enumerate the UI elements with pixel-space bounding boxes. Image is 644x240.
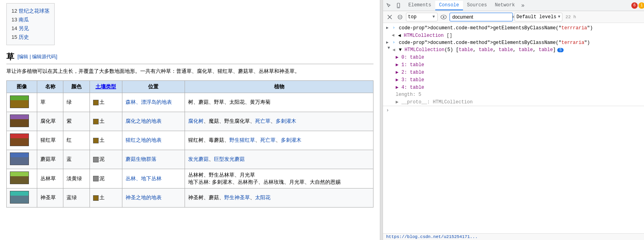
plant-link[interactable]: 多刺灌木 <box>276 118 296 124</box>
tabs-right: 6 1 <box>630 2 644 9</box>
code-content: code-prop">document <box>399 40 453 46</box>
grass-image <box>10 152 29 165</box>
inspect-icon[interactable] <box>385 1 393 10</box>
col-color: 颜色 <box>63 80 90 93</box>
console-line[interactable]: ▶ __proto__: HTMLCollection <box>383 98 644 106</box>
clear-button[interactable] <box>385 13 394 21</box>
output-prefix: ◀ <box>392 32 396 38</box>
code-content: ▼ HTMLCollection(5) [table, table, table… <box>399 47 564 53</box>
table-row: 神圣草蓝绿土神圣之地的地表神圣树、蘑菇、野生神圣草、太阳花 <box>7 188 373 207</box>
soil-icon <box>93 195 99 201</box>
devtools-toolbar: top ▼ ✕ Default levels ▼ 22 h <box>383 11 644 23</box>
cell-name: 神圣草 <box>37 188 63 207</box>
edit-src-link[interactable]: | 编辑源代码] <box>30 54 57 59</box>
devtools-tabs: Elements Console Sources Network » 6 1 <box>383 0 644 11</box>
tab-network[interactable]: Network <box>491 1 518 10</box>
console-line[interactable]: ▶ 2: table <box>383 69 644 76</box>
warning-badge: 1 <box>638 2 644 9</box>
context-select[interactable]: top ▼ <box>406 13 438 21</box>
search-input[interactable] <box>452 14 512 20</box>
filter-button[interactable] <box>396 13 404 21</box>
child-content: ▶ 4: table <box>396 84 424 90</box>
soil-link[interactable]: 土壤类型 <box>95 84 116 90</box>
toc-item-13: 13 南瓜 <box>11 15 50 24</box>
toc-link-14[interactable]: 另见 <box>19 25 29 31</box>
expand-arrow[interactable]: ▶ <box>387 47 391 52</box>
cell-soil: 泥 <box>90 169 122 188</box>
console-line[interactable]: ◀ ◀ HTMLCollection [] <box>383 32 644 39</box>
toc-link-12[interactable]: 世纪之花球茎 <box>19 8 50 14</box>
search-box[interactable]: ✕ <box>450 13 513 21</box>
location-link[interactable]: 蘑菇生物群落 <box>126 156 156 162</box>
location-link[interactable]: 腐化之地的地表 <box>126 118 162 124</box>
cell-name: 腐化草 <box>37 112 63 131</box>
mobile-icon[interactable] <box>394 1 403 10</box>
levels-select[interactable]: Default levels ▼ <box>514 13 562 21</box>
soil-icon <box>93 157 99 162</box>
toc-link-15[interactable]: 历史 <box>19 34 29 40</box>
expand-arrow[interactable]: ▶ <box>386 25 392 30</box>
plant-link[interactable]: 太阳花 <box>255 194 271 200</box>
console-line[interactable]: ▶ 1: table <box>383 61 644 69</box>
col-plants: 植物 <box>185 80 373 93</box>
tab-console[interactable]: Console <box>435 1 463 10</box>
cell-name: 蘑菇草 <box>37 150 63 169</box>
toc-item-15: 15 历史 <box>11 33 50 42</box>
eye-button[interactable] <box>439 13 448 21</box>
console-line[interactable]: length: 5 <box>383 91 644 98</box>
prop-content: length: 5 <box>396 92 421 97</box>
child-content: ▶ 1: table <box>396 62 424 68</box>
console-line[interactable]: ▶ 4: table <box>383 84 644 91</box>
location-link[interactable]: 丛林、地下丛林 <box>126 175 162 181</box>
cell-location: 森林、漂浮岛的地表 <box>122 93 185 112</box>
tab-elements[interactable]: Elements <box>404 1 435 10</box>
console-line[interactable]: ▶ › code-prop">document.code-method">get… <box>383 25 644 32</box>
cell-color: 红 <box>63 131 90 150</box>
grass-image <box>10 191 29 204</box>
plant-link[interactable]: 野生猩红草 <box>229 137 255 143</box>
cell-soil: 土 <box>90 188 122 207</box>
expand-arrow[interactable]: ▶ <box>386 40 392 45</box>
toc-item-12: 12 世纪之花球茎 <box>11 7 50 15</box>
location-link[interactable]: 森林、漂浮岛的地表 <box>126 99 172 105</box>
toc-link-13[interactable]: 南瓜 <box>19 17 29 23</box>
plant-link[interactable]: 巨型发光蘑菇 <box>214 156 245 162</box>
edit-link[interactable]: [编辑 <box>17 54 28 59</box>
cell-location: 神圣之地的地表 <box>122 188 185 207</box>
console-line[interactable]: ▶ 3: table <box>383 76 644 84</box>
cell-name: 猩红草 <box>37 131 63 150</box>
cell-soil: 泥 <box>90 150 122 169</box>
col-image: 图像 <box>7 80 37 93</box>
location-link[interactable]: 猩红之地的地表 <box>126 137 162 143</box>
code-content: code-prop">document <box>399 25 453 31</box>
cell-location: 腐化之地的地表 <box>122 112 185 131</box>
soil-icon <box>93 138 99 143</box>
col-name: 名称 <box>37 80 63 93</box>
collection-badge: 5 <box>557 48 564 52</box>
plant-link[interactable]: 腐化树 <box>188 118 204 124</box>
console-output: ▶ › code-prop">document.code-method">get… <box>383 23 644 233</box>
tab-sources[interactable]: Sources <box>463 1 491 10</box>
tab-more[interactable]: » <box>519 1 527 10</box>
cell-plants: 发光蘑菇、巨型发光蘑菇 <box>185 150 373 169</box>
cell-image <box>7 93 37 112</box>
plant-link[interactable]: 死亡草 <box>255 118 271 124</box>
console-line[interactable]: ▶ › code-prop">document.code-method">get… <box>383 39 644 46</box>
devtools-panel: Elements Console Sources Network » 6 1 <box>383 0 644 240</box>
grass-image <box>10 114 29 127</box>
console-line[interactable]: ▶ 0: table <box>383 53 644 61</box>
section-title: 草 <box>6 51 14 62</box>
proto-content: ▶ __proto__: HTMLCollection <box>396 99 473 105</box>
error-badge: 6 <box>631 2 638 9</box>
plant-link[interactable]: 多刺灌木 <box>281 137 301 143</box>
plant-link[interactable]: 发光蘑菇 <box>188 156 209 162</box>
location-link[interactable]: 神圣之地的地表 <box>126 194 162 200</box>
toc-item-14: 14 另见 <box>11 24 50 33</box>
console-prompt[interactable]: › <box>383 106 644 114</box>
plant-link[interactable]: 死亡草 <box>260 137 276 143</box>
grass-image <box>10 95 29 108</box>
console-line[interactable]: ▶ ◀ ▼ HTMLCollection(5) [table, table, t… <box>383 46 644 53</box>
plant-link[interactable]: 野生神圣草 <box>224 194 250 200</box>
time-label: 22 h <box>566 15 576 19</box>
soil-icon <box>93 119 99 124</box>
